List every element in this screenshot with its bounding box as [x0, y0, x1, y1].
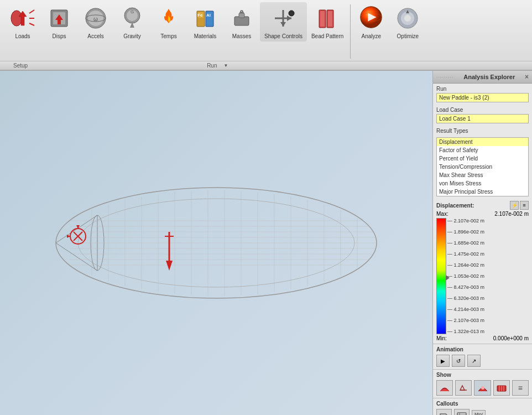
svg-point-0 [11, 11, 22, 26]
optimize-label: Optimize [397, 33, 419, 39]
accels-icon: ω [82, 4, 109, 32]
svg-rect-36 [328, 11, 332, 27]
toolbar-items: Loads Disps ω Ac [0, 0, 532, 61]
svg-point-85 [481, 386, 484, 390]
toolbar-item-bead-pattern[interactable]: Bead Pattern [307, 2, 348, 42]
color-value-10: — 2.107e-003 m [447, 318, 484, 323]
callout-btn-2[interactable] [454, 409, 470, 415]
color-value-9: — 4.214e-003 m [447, 307, 484, 312]
colorbar-icon-btn-2[interactable]: ≡ [520, 201, 529, 210]
show-icon-3[interactable] [474, 380, 491, 396]
color-value-6: — 1.053e-002 m [447, 273, 484, 279]
toolbar-item-masses[interactable]: Masses [223, 2, 260, 42]
toolbar-item-materials[interactable]: Fe Al Materials [187, 2, 223, 42]
svg-rect-92 [457, 413, 466, 415]
temps-label: Temps [160, 33, 176, 39]
minmax-button[interactable]: Min/ Max [472, 410, 486, 415]
svg-marker-75 [166, 261, 173, 271]
gravity-icon: G [118, 4, 146, 32]
result-type-von-mises[interactable]: von Mises Stress [437, 179, 528, 188]
svg-point-42 [404, 15, 411, 22]
color-value-8: — 6.320e-003 m [447, 295, 484, 301]
animation-controls: ▶ ↺ ↗ [436, 355, 529, 367]
toolbar-item-disps[interactable]: Disps [41, 2, 77, 42]
result-type-percent-of-yield[interactable]: Percent of Yield [437, 154, 528, 163]
toolbar-item-analyze[interactable]: Analyze [353, 2, 389, 42]
svg-text:ω: ω [93, 16, 98, 22]
run-group-label: Run [202, 63, 221, 69]
close-button[interactable]: × [525, 73, 529, 81]
toolbar: Loads Disps ω Ac [0, 0, 532, 71]
colorbar-icon-btn-1[interactable]: ⚡ [510, 201, 519, 210]
shape-controls-label: Shape Controls [264, 33, 302, 39]
rewind-button[interactable]: ↺ [452, 355, 465, 367]
color-value-2: — 1.896e-002 m [447, 229, 484, 235]
color-labels: — 2.107e-002 m — 1.896e-002 m — 1.685e-0… [447, 218, 484, 334]
viewport[interactable] [0, 71, 432, 415]
animation-section: Animation ▶ ↺ ↗ [433, 344, 532, 369]
max-value: 2.107e-002 m [494, 211, 529, 217]
result-type-major-principal[interactable]: Major Principal Stress [437, 188, 528, 196]
optimize-icon [394, 4, 421, 32]
result-type-displacement[interactable]: Displacement [437, 138, 528, 146]
min-label: Min: [436, 335, 447, 341]
show-menu-btn[interactable]: ≡ [512, 380, 529, 396]
accels-label: Accels [87, 33, 103, 39]
callouts-controls: Min/ Max [436, 409, 529, 415]
svg-line-4 [29, 23, 34, 25]
result-type-max-shear-stress[interactable]: Max Shear Stress [437, 171, 528, 179]
callout-btn-1[interactable] [436, 409, 452, 415]
toolbar-groups: Setup Run ▼ [0, 61, 532, 70]
load-case-input[interactable] [436, 114, 529, 123]
min-value: 0.000e+000 m [493, 335, 529, 341]
masses-label: Masses [232, 33, 251, 39]
svg-text:Fe: Fe [197, 13, 203, 18]
result-type-tension-compression[interactable]: Tension/Compression [437, 163, 528, 171]
show-section: Show [433, 369, 532, 398]
analyze-icon [357, 4, 385, 32]
colorbar-pointer [446, 275, 450, 281]
toolbar-item-optimize[interactable]: Optimize [389, 2, 426, 42]
show-label: Show [436, 372, 529, 378]
run-label: Run [436, 86, 529, 92]
max-label: Max: [436, 211, 448, 217]
main-area: ········· Analysis Explorer × Run Load C… [0, 71, 532, 415]
result-type-factor-of-safety[interactable]: Factor of Safety [437, 146, 528, 154]
result-types-list: Displacement Factor of Safety Percent of… [436, 137, 529, 196]
play-button[interactable]: ▶ [436, 355, 450, 367]
loads-icon [9, 4, 36, 32]
svg-line-2 [29, 10, 34, 13]
run-dropdown-arrow[interactable]: ▼ [224, 63, 228, 68]
masses-icon [228, 4, 255, 32]
color-value-1: — 2.107e-002 m [447, 218, 484, 224]
panel-title: Analysis Explorer [463, 74, 515, 80]
show-icon-2[interactable] [455, 380, 472, 396]
panel-drag-dots: ········· [436, 74, 454, 80]
result-types-section: Result Types [433, 126, 532, 137]
svg-rect-23 [239, 13, 244, 18]
temps-icon [155, 4, 182, 32]
toolbar-item-gravity[interactable]: G Gravity [114, 2, 150, 42]
materials-label: Materials [194, 33, 217, 39]
svg-marker-83 [76, 225, 80, 229]
run-input[interactable] [436, 93, 529, 102]
toolbar-item-shape-controls[interactable]: Shape Controls [260, 2, 307, 42]
setup-group-label: Setup [9, 63, 32, 69]
bead-pattern-label: Bead Pattern [311, 33, 343, 39]
toolbar-item-accels[interactable]: ω Accels [77, 2, 114, 42]
svg-marker-29 [287, 15, 291, 21]
color-value-4: — 1.475e-002 m [447, 251, 484, 257]
disps-icon [45, 4, 73, 32]
shape-controls-icon [269, 4, 297, 32]
displacement-label: Displacement: [436, 203, 474, 209]
show-icon-4[interactable] [493, 380, 510, 396]
callouts-label: Callouts [436, 401, 529, 407]
bead-pattern-icon [314, 4, 341, 32]
svg-point-32 [289, 11, 294, 16]
load-case-section: Load Case [433, 105, 532, 126]
toolbar-item-temps[interactable]: Temps [150, 2, 187, 42]
toolbar-item-loads[interactable]: Loads [4, 2, 41, 42]
forward-button[interactable]: ↗ [467, 355, 481, 367]
colorbar-container: — 2.107e-002 m — 1.896e-002 m — 1.685e-0… [436, 218, 529, 334]
show-icon-1[interactable] [436, 380, 453, 396]
